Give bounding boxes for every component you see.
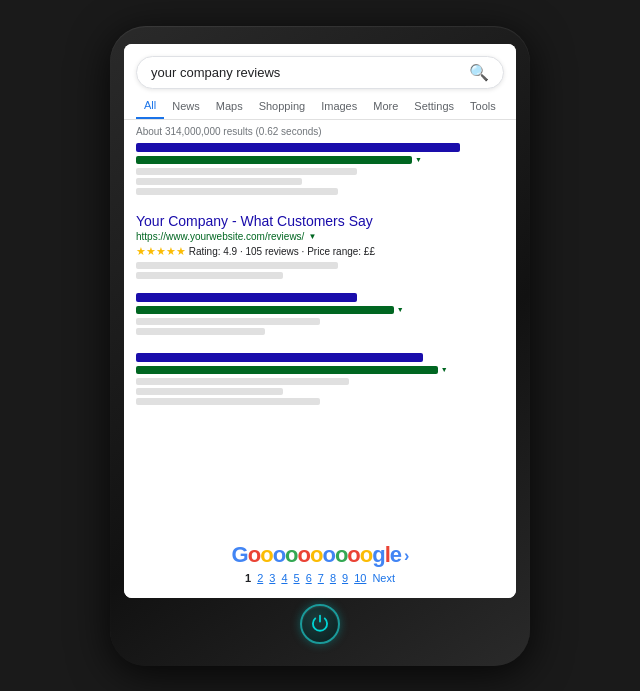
result-rating: ★★★★★ Rating: 4.9 · 105 reviews · Price … — [136, 245, 504, 258]
rating-text: Rating: 4.9 · 105 reviews · Price range:… — [189, 246, 375, 257]
page-1[interactable]: 1 — [245, 572, 251, 584]
tab-news[interactable]: News — [164, 96, 208, 118]
tab-all[interactable]: All — [136, 95, 164, 119]
power-button[interactable] — [300, 604, 340, 644]
bar-gray-3b — [136, 328, 265, 335]
bar-gray-4a — [136, 378, 349, 385]
bar-blue-4 — [136, 353, 423, 362]
bar-blue-3 — [136, 293, 357, 302]
page-7[interactable]: 7 — [318, 572, 324, 584]
search-icon[interactable]: 🔍 — [469, 63, 489, 82]
result-url-row: https://www.yourwebsite.com/reviews/ ▼ — [136, 231, 504, 242]
bar-gray-r2 — [136, 272, 283, 279]
tab-shopping[interactable]: Shopping — [251, 96, 314, 118]
tab-more[interactable]: More — [365, 96, 406, 118]
bar-gray-r1 — [136, 262, 338, 269]
page-numbers: 1 2 3 4 5 6 7 8 9 10 Next — [245, 572, 395, 584]
google-pagination: Goooooooooogle› 1 2 3 4 5 6 7 8 9 10 Nex… — [124, 532, 516, 598]
bar-green-3 — [136, 306, 394, 314]
result-block-1 — [136, 143, 504, 195]
bar-gray-1a — [136, 168, 357, 175]
page-10[interactable]: 10 — [354, 572, 366, 584]
bar-green-1 — [136, 156, 412, 164]
results-count: About 314,000,000 results (0.62 seconds) — [124, 120, 516, 143]
bar-gray-4c — [136, 398, 320, 405]
google-logo-text: Goooooooooogle› — [232, 542, 409, 567]
result-url-arrow: ▼ — [308, 232, 316, 241]
bar-gray-4b — [136, 388, 283, 395]
tablet-screen: your company reviews 🔍 All News Maps Sho… — [124, 44, 516, 598]
page-8[interactable]: 8 — [330, 572, 336, 584]
google-logo-paginated: Goooooooooogle› — [232, 542, 409, 568]
page-9[interactable]: 9 — [342, 572, 348, 584]
tab-tools[interactable]: Tools — [462, 96, 504, 118]
result-title[interactable]: Your Company - What Customers Say — [136, 213, 504, 229]
bar-gray-3a — [136, 318, 320, 325]
page-6[interactable]: 6 — [306, 572, 312, 584]
next-button[interactable]: Next — [372, 572, 395, 584]
bar-green-4 — [136, 366, 438, 374]
stars: ★★★★★ — [136, 245, 186, 257]
page-4[interactable]: 4 — [281, 572, 287, 584]
page-2[interactable]: 2 — [257, 572, 263, 584]
page-3[interactable]: 3 — [269, 572, 275, 584]
tab-settings[interactable]: Settings — [406, 96, 462, 118]
bar-blue-1 — [136, 143, 460, 152]
result-block-4 — [136, 353, 504, 405]
tab-images[interactable]: Images — [313, 96, 365, 118]
results-area: Your Company - What Customers Say https:… — [124, 143, 516, 532]
bar-gray-1c — [136, 188, 338, 195]
nav-tabs: All News Maps Shopping Images More Setti… — [124, 89, 516, 120]
search-bar-area: your company reviews 🔍 — [124, 44, 516, 89]
result-block-3 — [136, 293, 504, 335]
tab-maps[interactable]: Maps — [208, 96, 251, 118]
power-icon — [310, 614, 330, 634]
result-url: https://www.yourwebsite.com/reviews/ — [136, 231, 304, 242]
tablet-device: your company reviews 🔍 All News Maps Sho… — [110, 26, 530, 666]
search-box[interactable]: your company reviews 🔍 — [136, 56, 504, 89]
search-input[interactable]: your company reviews — [151, 65, 469, 80]
page-5[interactable]: 5 — [294, 572, 300, 584]
bar-gray-1b — [136, 178, 302, 185]
real-result: Your Company - What Customers Say https:… — [136, 213, 504, 279]
